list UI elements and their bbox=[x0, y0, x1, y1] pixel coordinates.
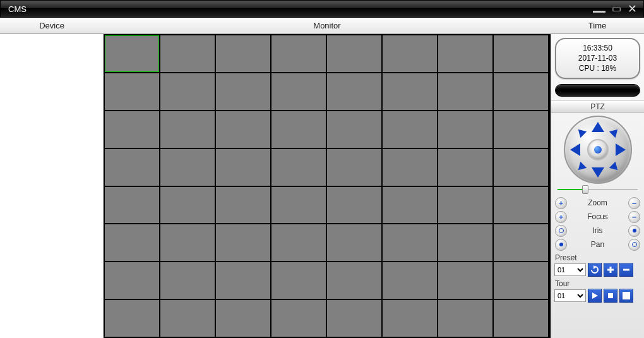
video-tile[interactable] bbox=[216, 300, 270, 337]
svg-rect-4 bbox=[623, 294, 625, 297]
ptz-up-button[interactable] bbox=[592, 122, 604, 132]
video-tile[interactable] bbox=[271, 149, 326, 186]
video-tile[interactable] bbox=[105, 262, 159, 299]
video-tile[interactable] bbox=[216, 73, 270, 110]
tour-stop-button[interactable] bbox=[604, 289, 617, 303]
video-tile[interactable] bbox=[105, 73, 159, 110]
tour-select[interactable]: 01 bbox=[554, 289, 586, 302]
video-tile[interactable] bbox=[160, 224, 215, 261]
close-icon[interactable]: ✕ bbox=[628, 3, 637, 15]
preset-select[interactable]: 01 bbox=[554, 263, 586, 276]
video-tile[interactable] bbox=[160, 149, 215, 186]
ptz-pan-minus-button[interactable] bbox=[628, 239, 640, 251]
minimize-icon[interactable] bbox=[593, 3, 605, 15]
ptz-left-button[interactable] bbox=[570, 143, 580, 156]
video-tile[interactable] bbox=[438, 73, 492, 110]
video-tile[interactable] bbox=[271, 262, 326, 299]
video-tile[interactable] bbox=[216, 149, 270, 186]
video-tile[interactable] bbox=[271, 224, 326, 261]
ptz-center-button[interactable] bbox=[587, 139, 609, 160]
video-tile[interactable] bbox=[494, 300, 548, 337]
video-tile[interactable] bbox=[383, 187, 437, 224]
tour-grid-button[interactable] bbox=[619, 289, 633, 303]
video-tile[interactable] bbox=[105, 224, 159, 261]
video-tile[interactable] bbox=[216, 111, 270, 148]
ptz-pan-plus-button[interactable] bbox=[555, 239, 567, 251]
ptz-focus-row: +Focus− bbox=[555, 211, 640, 223]
video-tile[interactable] bbox=[271, 300, 326, 337]
ptz-zoom-plus-button[interactable]: + bbox=[555, 197, 567, 209]
video-tile[interactable] bbox=[160, 35, 215, 72]
video-tile[interactable] bbox=[438, 224, 492, 261]
video-tile[interactable] bbox=[327, 35, 381, 72]
video-tile[interactable] bbox=[438, 262, 492, 299]
video-tile[interactable] bbox=[383, 300, 437, 337]
video-tile[interactable] bbox=[383, 149, 437, 186]
video-tile[interactable] bbox=[327, 187, 381, 224]
video-tile[interactable] bbox=[383, 111, 437, 148]
video-tile[interactable] bbox=[383, 224, 437, 261]
video-tile[interactable] bbox=[383, 35, 437, 72]
video-tile[interactable] bbox=[327, 111, 381, 148]
ptz-speed-slider[interactable] bbox=[558, 186, 638, 193]
video-tile[interactable] bbox=[160, 187, 215, 224]
video-tile[interactable] bbox=[105, 300, 159, 337]
ptz-upright-button[interactable] bbox=[609, 126, 620, 137]
video-tile[interactable] bbox=[327, 262, 381, 299]
video-tile[interactable] bbox=[494, 73, 548, 110]
status-info: 16:33:50 2017-11-03 CPU : 18% bbox=[555, 38, 640, 79]
video-tile[interactable] bbox=[327, 300, 381, 337]
ptz-iris-minus-button[interactable] bbox=[628, 225, 640, 237]
ptz-focus-plus-button[interactable]: + bbox=[555, 211, 567, 223]
video-tile[interactable] bbox=[105, 35, 159, 72]
video-tile[interactable] bbox=[383, 262, 437, 299]
video-tile[interactable] bbox=[160, 111, 215, 148]
video-tile[interactable] bbox=[494, 187, 548, 224]
ptz-upleft-button[interactable] bbox=[575, 126, 586, 137]
video-tile[interactable] bbox=[383, 73, 437, 110]
ptz-focus-minus-button[interactable]: − bbox=[628, 211, 640, 223]
svg-rect-8 bbox=[625, 297, 628, 299]
svg-rect-6 bbox=[628, 294, 630, 297]
video-tile[interactable] bbox=[271, 35, 326, 72]
video-tile[interactable] bbox=[105, 111, 159, 148]
preset-add-button[interactable] bbox=[604, 263, 617, 277]
video-tile[interactable] bbox=[438, 187, 492, 224]
video-tile[interactable] bbox=[494, 111, 548, 148]
ptz-downright-button[interactable] bbox=[609, 161, 620, 172]
video-tile[interactable] bbox=[438, 111, 492, 148]
video-tile[interactable] bbox=[494, 262, 548, 299]
video-tile[interactable] bbox=[271, 187, 326, 224]
video-tile[interactable] bbox=[438, 35, 492, 72]
video-tile[interactable] bbox=[494, 35, 548, 72]
video-tile[interactable] bbox=[216, 187, 270, 224]
video-tile[interactable] bbox=[105, 187, 159, 224]
video-tile[interactable] bbox=[271, 111, 326, 148]
video-tile[interactable] bbox=[160, 73, 215, 110]
ptz-zoom-minus-button[interactable]: − bbox=[628, 197, 640, 209]
video-tile[interactable] bbox=[105, 149, 159, 186]
status-date: 2017-11-03 bbox=[559, 53, 636, 63]
video-tile[interactable] bbox=[216, 224, 270, 261]
ptz-downleft-button[interactable] bbox=[575, 161, 586, 172]
video-tile[interactable] bbox=[438, 149, 492, 186]
video-tile[interactable] bbox=[327, 73, 381, 110]
ptz-iris-plus-button[interactable] bbox=[555, 225, 567, 237]
ptz-down-button[interactable] bbox=[592, 167, 604, 178]
video-tile[interactable] bbox=[327, 149, 381, 186]
preset-go-button[interactable] bbox=[588, 263, 602, 277]
video-tile[interactable] bbox=[160, 300, 215, 337]
preset-remove-button[interactable] bbox=[619, 263, 633, 277]
video-tile[interactable] bbox=[327, 224, 381, 261]
video-tile[interactable] bbox=[494, 224, 548, 261]
video-tile[interactable] bbox=[160, 262, 215, 299]
video-tile[interactable] bbox=[438, 300, 492, 337]
video-tile[interactable] bbox=[494, 149, 548, 186]
right-panel: 16:33:50 2017-11-03 CPU : 18% PTZ +Zoom−… bbox=[551, 34, 644, 338]
tour-play-button[interactable] bbox=[588, 289, 602, 303]
ptz-right-button[interactable] bbox=[616, 143, 626, 156]
video-tile[interactable] bbox=[271, 73, 326, 110]
video-tile[interactable] bbox=[216, 35, 270, 72]
maximize-icon[interactable]: ▭ bbox=[612, 4, 621, 14]
video-tile[interactable] bbox=[216, 262, 270, 299]
